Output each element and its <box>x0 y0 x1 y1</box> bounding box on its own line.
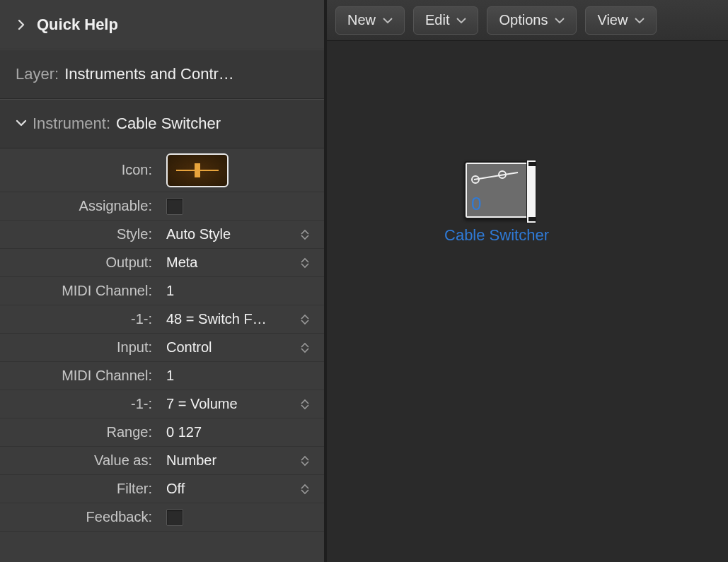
prop-output[interactable]: Output: Meta <box>0 249 324 277</box>
filter-stepper[interactable] <box>297 481 313 497</box>
options-menu[interactable]: Options <box>487 6 577 35</box>
prop-midi-out-channel[interactable]: MIDI Channel: 1 <box>0 277 324 305</box>
output-stepper[interactable] <box>297 255 313 271</box>
filter-value: Off <box>159 481 297 497</box>
out-param-value: 48 = Switch F… <box>159 311 297 327</box>
assignable-checkbox[interactable] <box>166 198 183 215</box>
edit-menu-label: Edit <box>425 12 449 28</box>
midi-out-channel-value: 1 <box>159 283 324 299</box>
value-as-label: Value as: <box>0 452 159 469</box>
fader-icon <box>176 162 219 179</box>
value-as-value: Number <box>159 452 297 469</box>
node-body[interactable]: 0 <box>464 161 529 219</box>
midi-in-channel-value: 1 <box>159 368 324 384</box>
node-port-icon <box>526 160 536 223</box>
node-cable-switcher[interactable]: 0 Cable Switcher <box>433 161 560 245</box>
style-stepper[interactable] <box>297 227 313 242</box>
svg-line-0 <box>474 172 518 180</box>
options-menu-label: Options <box>499 12 548 28</box>
prop-midi-in-channel[interactable]: MIDI Channel: 1 <box>0 362 324 390</box>
input-label: Input: <box>0 339 159 356</box>
layer-row[interactable]: Layer: Instruments and Contr… <box>0 49 324 99</box>
value-as-stepper[interactable] <box>297 453 313 469</box>
output-value: Meta <box>159 254 297 271</box>
new-menu-label: New <box>347 12 376 28</box>
midi-out-channel-label: MIDI Channel: <box>0 283 159 299</box>
chevron-down-icon <box>16 115 27 133</box>
chevron-down-icon <box>635 17 645 24</box>
assignable-label: Assignable: <box>0 198 159 214</box>
style-value: Auto Style <box>159 226 297 242</box>
filter-label: Filter: <box>0 481 159 497</box>
quick-help-header[interactable]: Quick Help <box>0 0 324 49</box>
node-label: Cable Switcher <box>444 226 549 245</box>
view-menu-label: View <box>597 12 628 28</box>
feedback-label: Feedback: <box>0 509 159 525</box>
in-param-stepper[interactable] <box>297 397 313 412</box>
prop-feedback: Feedback: <box>0 503 324 532</box>
edit-menu[interactable]: Edit <box>413 6 478 35</box>
prop-input[interactable]: Input: Control <box>0 334 324 362</box>
prop-style[interactable]: Style: Auto Style <box>0 221 324 249</box>
out-param-label: -1-: <box>0 311 159 327</box>
prop-out-param[interactable]: -1-: 48 = Switch F… <box>0 305 324 334</box>
chevron-down-icon <box>555 17 565 24</box>
midi-in-channel-label: MIDI Channel: <box>0 368 159 384</box>
prop-icon: Icon: <box>0 148 324 192</box>
input-stepper[interactable] <box>297 340 313 356</box>
layer-value: Instruments and Contr… <box>64 65 234 83</box>
instrument-row[interactable]: Instrument: Cable Switcher <box>0 99 324 148</box>
view-menu[interactable]: View <box>585 6 657 35</box>
in-param-value: 7 = Volume <box>159 396 297 412</box>
workspace-toolbar: New Edit Options View <box>327 0 728 41</box>
input-value: Control <box>159 339 297 356</box>
instrument-value: Cable Switcher <box>116 115 221 133</box>
chevron-right-icon <box>16 19 27 30</box>
style-label: Style: <box>0 226 159 242</box>
range-label: Range: <box>0 424 159 440</box>
new-menu[interactable]: New <box>335 6 405 35</box>
chevron-down-icon <box>456 17 466 24</box>
in-param-label: -1-: <box>0 396 159 412</box>
environment-canvas[interactable]: 0 Cable Switcher <box>327 41 728 562</box>
layer-label: Layer: <box>16 65 59 83</box>
output-label: Output: <box>0 254 159 271</box>
range-value: 0 127 <box>159 424 324 440</box>
chevron-down-icon <box>383 17 393 24</box>
inspector-sidebar: Quick Help Layer: Instruments and Contr…… <box>0 0 327 562</box>
icon-label: Icon: <box>0 162 159 178</box>
icon-picker[interactable] <box>166 153 229 187</box>
feedback-checkbox[interactable] <box>166 509 183 526</box>
cable-icon <box>471 170 521 184</box>
node-value: 0 <box>471 193 481 215</box>
quick-help-title: Quick Help <box>37 16 118 34</box>
prop-filter[interactable]: Filter: Off <box>0 475 324 503</box>
instrument-label: Instrument: <box>33 115 110 133</box>
prop-in-param[interactable]: -1-: 7 = Volume <box>0 390 324 418</box>
prop-assignable: Assignable: <box>0 192 324 221</box>
environment-workspace: New Edit Options View <box>327 0 728 562</box>
prop-range[interactable]: Range: 0 127 <box>0 418 324 447</box>
prop-value-as[interactable]: Value as: Number <box>0 447 324 475</box>
out-param-stepper[interactable] <box>297 312 313 327</box>
